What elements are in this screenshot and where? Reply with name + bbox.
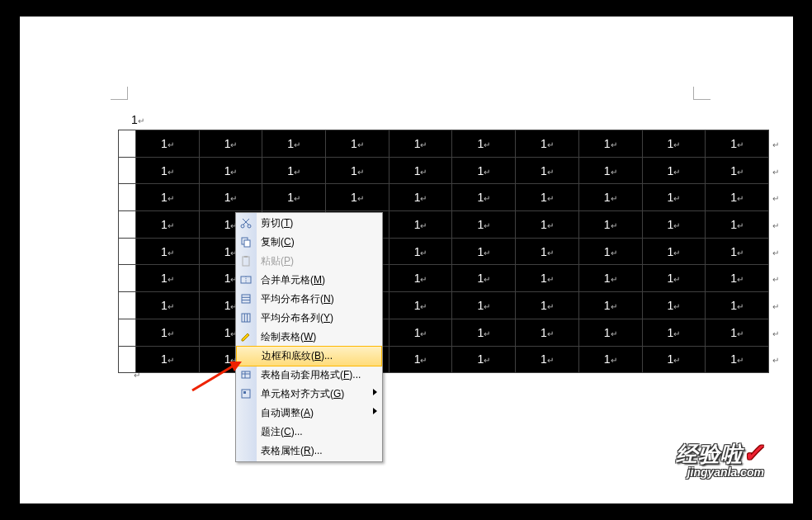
table-cell[interactable]: 1↵ <box>516 292 579 319</box>
table-cell[interactable]: 1↵ <box>389 130 452 158</box>
table-cell[interactable]: 1↵ <box>516 265 579 292</box>
table-cell[interactable]: 1↵ <box>452 211 516 239</box>
table-cell[interactable] <box>119 157 136 184</box>
table-cell[interactable]: 1↵ <box>642 292 706 319</box>
table-cell[interactable]: 1↵ <box>516 157 579 184</box>
table-cell[interactable]: 1↵ <box>642 130 706 158</box>
table-cell[interactable]: 1↵ <box>389 265 452 292</box>
table-cell[interactable]: 1↵ <box>642 184 706 211</box>
table-cell[interactable]: 1↵ <box>578 130 642 158</box>
table-cell[interactable]: 1↵ <box>136 265 200 292</box>
table-cell[interactable]: 1↵ <box>452 184 516 211</box>
menu-item[interactable]: 题注(C)... <box>236 423 382 442</box>
table-cell[interactable]: 1↵ <box>706 319 769 346</box>
table-cell[interactable]: 1↵ <box>136 211 200 239</box>
table-cell[interactable] <box>119 211 136 239</box>
table-cell[interactable]: 1↵ <box>642 211 706 239</box>
menu-item[interactable]: 自动调整(A) <box>236 404 382 423</box>
autoformat-icon <box>239 368 253 381</box>
table-cell[interactable]: 1↵ <box>326 157 389 184</box>
table-cell[interactable]: 1↵ <box>516 184 579 211</box>
menu-item: 粘贴(P) <box>236 252 382 271</box>
table-cell[interactable]: 1↵ <box>578 238 642 265</box>
table-cell[interactable]: 1↵ <box>452 157 516 184</box>
table-cell[interactable]: 1↵ <box>136 319 200 346</box>
menu-item[interactable]: 边框和底纹(B)... <box>236 346 382 366</box>
table-cell[interactable]: 1↵ <box>262 157 326 184</box>
table-cell[interactable]: 1↵ <box>642 346 706 373</box>
menu-item[interactable]: 平均分布各行(N) <box>236 290 382 309</box>
table-cell[interactable] <box>119 319 136 346</box>
table-cell[interactable]: 1↵ <box>578 211 642 239</box>
menu-item[interactable]: 表格自动套用格式(F)... <box>236 366 382 385</box>
table-cell[interactable]: 1↵ <box>706 292 769 319</box>
table-cell[interactable] <box>119 292 136 319</box>
table-cell[interactable]: 1↵ <box>706 130 769 158</box>
table-cell[interactable]: 1↵ <box>452 319 516 346</box>
table-cell[interactable]: 1↵ <box>516 238 579 265</box>
table-cell[interactable]: 1↵ <box>516 346 579 373</box>
svg-rect-13 <box>242 314 250 322</box>
table-cell[interactable]: 1↵ <box>389 292 452 319</box>
table-cell[interactable]: 1↵ <box>642 319 706 346</box>
table-cell[interactable]: 1↵ <box>642 157 706 184</box>
menu-item[interactable]: 剪切(T) <box>236 214 382 233</box>
table-cell[interactable]: 1↵ <box>578 265 642 292</box>
table-cell[interactable]: 1↵ <box>326 130 389 158</box>
merge-icon <box>239 273 253 286</box>
table-cell[interactable]: 1↵ <box>578 184 642 211</box>
table-cell[interactable] <box>119 265 136 292</box>
table-cell[interactable]: 1↵ <box>452 292 516 319</box>
menu-item[interactable]: 合并单元格(M) <box>236 271 382 290</box>
table-cell[interactable]: 1↵ <box>262 184 326 211</box>
table-cell[interactable]: 1↵ <box>642 238 706 265</box>
table-cell[interactable]: 1↵ <box>389 346 452 373</box>
table-cell[interactable]: 1↵ <box>516 319 579 346</box>
table-cell[interactable]: 1↵ <box>706 265 769 292</box>
table-cell[interactable]: 1↵ <box>578 292 642 319</box>
table-cell[interactable]: 1↵ <box>136 157 200 184</box>
menu-item[interactable]: 单元格对齐方式(G) <box>236 385 382 404</box>
document-page: 1↵ 1↵1↵1↵1↵1↵1↵1↵1↵1↵1↵↵1↵1↵1↵1↵1↵1↵1↵1↵… <box>20 17 793 503</box>
table-cell[interactable]: 1↵ <box>389 157 452 184</box>
main-table[interactable]: 1↵1↵1↵1↵1↵1↵1↵1↵1↵1↵↵1↵1↵1↵1↵1↵1↵1↵1↵1↵1… <box>118 130 783 373</box>
table-cell[interactable]: 1↵ <box>452 238 516 265</box>
menu-item[interactable]: 绘制表格(W) <box>236 328 382 347</box>
table-cell[interactable]: 1↵ <box>578 319 642 346</box>
table-cell[interactable]: 1↵ <box>199 184 262 211</box>
table-cell[interactable]: 1↵ <box>389 238 452 265</box>
table-cell[interactable]: 1↵ <box>706 238 769 265</box>
table-cell[interactable]: 1↵ <box>516 211 579 239</box>
table-cell[interactable]: 1↵ <box>389 319 452 346</box>
table-cell[interactable]: 1↵ <box>199 130 262 158</box>
paste-icon <box>239 254 253 267</box>
table-cell[interactable]: 1↵ <box>452 130 516 158</box>
table-cell[interactable]: 1↵ <box>642 265 706 292</box>
table-cell[interactable]: 1↵ <box>262 130 326 158</box>
menu-item[interactable]: 复制(C) <box>236 233 382 252</box>
table-cell[interactable]: 1↵ <box>578 157 642 184</box>
table-cell[interactable]: 1↵ <box>706 157 769 184</box>
table-cell[interactable]: 1↵ <box>389 211 452 239</box>
table-cell[interactable]: 1↵ <box>136 238 200 265</box>
table-cell[interactable]: 1↵ <box>578 346 642 373</box>
table-cell[interactable]: 1↵ <box>136 346 200 373</box>
table-cell[interactable]: 1↵ <box>199 157 262 184</box>
table-cell[interactable] <box>119 238 136 265</box>
svg-rect-18 <box>242 371 250 378</box>
table-cell[interactable]: 1↵ <box>389 184 452 211</box>
table-cell[interactable]: 1↵ <box>706 346 769 373</box>
table-cell[interactable]: 1↵ <box>136 184 200 211</box>
menu-item[interactable]: 平均分布各列(Y) <box>236 309 382 328</box>
table-cell[interactable]: 1↵ <box>706 184 769 211</box>
table-cell[interactable]: 1↵ <box>452 346 516 373</box>
table-cell[interactable] <box>119 130 136 158</box>
menu-item[interactable]: 表格属性(R)... <box>236 442 382 461</box>
table-cell[interactable]: 1↵ <box>136 292 200 319</box>
table-cell[interactable]: 1↵ <box>452 265 516 292</box>
table-cell[interactable]: 1↵ <box>516 130 579 158</box>
table-cell[interactable]: 1↵ <box>326 184 389 211</box>
table-cell[interactable] <box>119 184 136 211</box>
table-cell[interactable]: 1↵ <box>706 211 769 239</box>
table-cell[interactable]: 1↵ <box>136 130 200 158</box>
